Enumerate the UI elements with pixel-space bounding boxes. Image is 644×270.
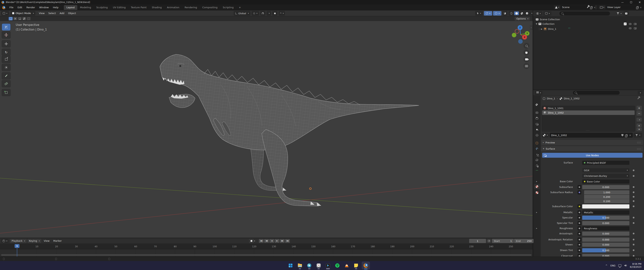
jump-to-end-button[interactable]: ▶▮ [285,239,290,243]
decorator-dot[interactable] [633,217,634,218]
decorator-dot[interactable] [633,249,634,251]
copy-scene-icon[interactable] [591,6,592,9]
use-nodes-button[interactable]: Use Nodes [542,153,642,158]
breadcrumb-pin-icon[interactable] [638,97,639,100]
decorator-dot[interactable] [633,222,634,224]
gizmo-toggle[interactable]: ▾ [484,11,492,16]
material-name-value[interactable]: Dino_1_1002 [551,134,620,137]
properties-options-dropdown[interactable]: ▾ [638,91,642,95]
surface-panel-header[interactable]: ▼ Surface [541,146,643,151]
taskbar-vlc[interactable] [343,262,350,269]
expand-caret[interactable]: ▼ [536,23,537,25]
decorator-dot[interactable] [633,255,634,256]
play-reverse-button[interactable]: ◀ [270,239,274,243]
snap-dropdown[interactable]: ▾ [266,11,271,16]
menu-file[interactable]: File [7,5,16,11]
view-layer-selector[interactable]: ▾ View Layer × [599,5,643,9]
timeline-menu-marker[interactable]: Marker [52,238,64,244]
tab-modifiers[interactable] [534,146,540,151]
decorator-dot[interactable] [633,244,634,245]
start-button[interactable] [287,262,294,269]
decorator-dot[interactable] [633,196,634,198]
outliner-row-scene-collection[interactable]: Scene Collection [536,18,560,21]
object-camera-icon[interactable] [634,27,636,29]
copy-material-icon[interactable] [626,134,628,136]
viewport-menu-view[interactable]: View [37,11,46,16]
scene-selector[interactable]: ▾ Scene × [554,5,597,9]
auto-keying-toggle[interactable] [249,239,254,243]
maximize-button[interactable] [627,1,636,3]
fake-user-icon[interactable] [621,134,624,137]
shading-material[interactable] [519,12,524,15]
tool-annotate[interactable] [2,72,10,79]
radius-y-field[interactable]: 0.200 [584,195,630,199]
node-tree-button[interactable]: ▾ [634,133,642,138]
surface-shader-field[interactable]: Principled BSDF [582,161,630,165]
decorator-dot[interactable] [633,170,634,171]
tray-clock[interactable]: 8:56 PM 6/19/2023 [630,262,642,268]
breadcrumb-material[interactable]: Dino_1_1002 [564,97,580,100]
timeline-ruler[interactable]: 10 20 30 40 50 60 70 80 90 100 110 120 1… [0,244,532,249]
gizmo-axis-neg-y[interactable] [512,33,516,37]
tool-measure[interactable] [2,80,10,87]
viewport-menu-select[interactable]: Select [46,11,58,16]
taskbar-clock-app[interactable] [315,262,322,269]
outliner-row-object[interactable]: | ▶ Dino_1 [539,27,570,30]
preview-panel-header[interactable]: ▸ Preview [541,140,643,145]
tab-layout[interactable]: Layout [64,5,77,10]
frame-end-field[interactable]: End250 [514,239,534,243]
next-keyframe-button[interactable]: ▶▶ [280,239,284,243]
add-slot-button[interactable]: + [636,106,642,110]
specular-socket[interactable] [578,216,581,220]
network-icon[interactable] [618,264,621,267]
remove-view-layer-icon[interactable]: × [640,6,642,9]
distribution-dropdown[interactable]: GGX▾ [582,168,630,172]
xray-toggle[interactable] [502,11,508,16]
decorator-dot[interactable] [633,239,634,240]
properties-editor-type-button[interactable]: ▾ [535,91,542,95]
outliner-search[interactable] [560,12,610,16]
clearcoat-field[interactable]: 0.000 [582,254,630,256]
keying-menu[interactable]: Keying▾ [28,239,41,243]
select-mode-new[interactable] [8,17,13,21]
play-button[interactable]: ▶ [275,239,279,243]
menu-render[interactable]: Render [24,5,37,11]
tab-scripting[interactable]: Scripting [220,5,236,10]
taskbar-sticky-notes[interactable] [352,262,360,269]
collection-checkbox[interactable]: ✓ [624,23,626,25]
camera-view-button[interactable] [524,56,530,62]
tab-particles[interactable] [534,152,540,157]
tool-rotate[interactable]: ↻ [2,49,10,56]
tray-expand-chevron[interactable]: ^ [606,264,608,267]
taskbar-spotify[interactable] [334,262,341,269]
decorator-dot[interactable] [633,191,634,193]
subsurface-value-field[interactable]: 0.000 [582,185,630,189]
subsurface-socket[interactable] [578,185,581,189]
remove-slot-button[interactable]: − [636,111,642,116]
outliner-editor-type-button[interactable]: ▾ [535,11,542,16]
anisotropic-field[interactable]: 0.000 [582,232,630,236]
collection-eye-icon[interactable] [629,23,632,25]
tab-output[interactable] [534,116,540,121]
roughness-field[interactable]: Roughness [582,226,630,230]
browse-material-button[interactable]: ▾ [542,133,549,138]
add-workspace-button[interactable]: + [236,5,244,10]
viewport-menu-object[interactable]: Object [66,11,78,16]
decorator-dot[interactable] [633,205,634,207]
scene-name[interactable]: Scene [560,5,595,9]
base-color-field[interactable]: Base Color [582,179,630,184]
gizmo-axis-neg-x[interactable] [515,29,519,33]
unlink-scene-icon[interactable]: × [594,6,596,9]
decorator-dot[interactable] [633,186,634,188]
clearcoat-socket[interactable] [578,254,581,256]
playback-menu[interactable]: Playback▾ [10,239,26,243]
taskbar-media-player[interactable] [324,262,332,269]
pivot-dropdown[interactable]: ▾ [252,11,259,16]
material-slot-list[interactable]: Dino_1_1001 Dino_1_1002 [542,106,635,132]
taskbar-file-explorer[interactable] [296,262,304,269]
tool-transform[interactable] [2,64,10,71]
tab-scene[interactable] [534,127,540,132]
decorator-dot[interactable] [633,233,634,234]
volume-icon[interactable] [624,264,627,266]
tab-texture-paint[interactable]: Texture Paint [128,5,149,10]
